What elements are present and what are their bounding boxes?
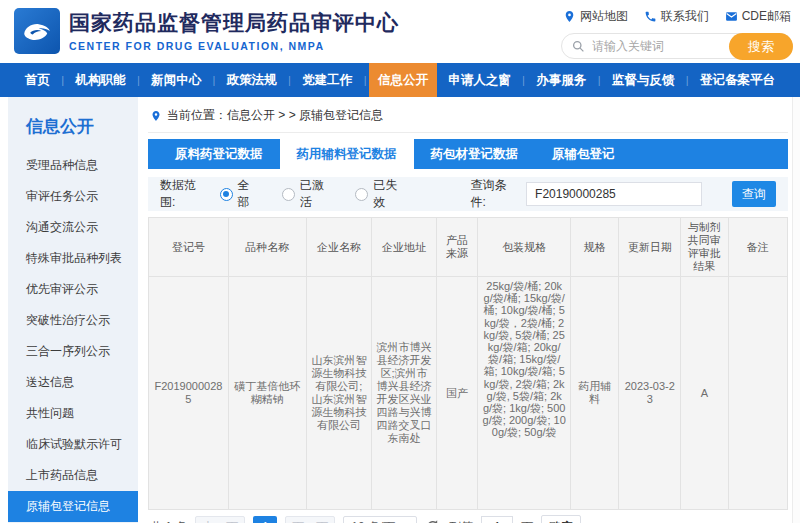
nav-item-news[interactable]: 新闻中心	[142, 63, 210, 97]
sidebar-item-communication[interactable]: 沟通交流公示	[8, 212, 138, 243]
cell-company-name: 山东滨州智源生物科技有限公司;山东滨州智源生物科技有限公司	[306, 277, 371, 510]
mailbox-label: CDE邮箱	[742, 8, 791, 25]
radio-expired[interactable]	[355, 188, 368, 201]
nav-separator: |	[364, 74, 367, 86]
sidebar-item-excipient-registration[interactable]: 原辅包登记信息	[8, 491, 138, 522]
site-titles: 国家药品监督管理局药品审评中心 CENTER FOR DRUG EVALUATI…	[69, 9, 399, 52]
goto-page-input[interactable]	[481, 516, 513, 523]
radio-expired-label[interactable]: 已失效	[373, 177, 406, 211]
sidebar-item-common-issues[interactable]: 共性问题	[8, 398, 138, 429]
cell-packaging-spec: 25kg/袋/桶; 20kg/袋/桶; 15kg/袋/桶; 10kg/袋/桶; …	[478, 277, 571, 510]
cell-joint-review-result: A	[681, 277, 728, 510]
packaging-spec-text: 25kg/袋/桶; 20kg/袋/桶; 15kg/袋/桶; 10kg/袋/桶; …	[482, 280, 566, 506]
confirm-button[interactable]: 确定	[541, 515, 581, 523]
contact-link[interactable]: 联系我们	[644, 8, 709, 25]
sidebar-item-review-tasks[interactable]: 审评任务公示	[8, 181, 138, 212]
cell-registration-no: F20190000285	[149, 277, 229, 510]
contact-label: 联系我们	[661, 8, 709, 25]
sidebar-item-delivery-info[interactable]: 送达信息	[8, 367, 138, 398]
nav-separator: |	[288, 74, 291, 86]
search-button[interactable]: 搜索	[729, 33, 793, 60]
col-remarks: 备注	[728, 218, 788, 277]
nav-separator: |	[137, 74, 140, 86]
nav-item-supervision[interactable]: 监督与反馈	[603, 63, 684, 97]
nav-separator: |	[598, 74, 601, 86]
header-right: 网站地图 联系我们 CDE邮箱 搜索	[561, 8, 793, 59]
cde-logo	[14, 8, 60, 54]
nav-separator: |	[61, 74, 64, 86]
col-update-date: 更新日期	[619, 218, 681, 277]
main-area: 信息公开 受理品种信息 审评任务公示 沟通交流公示 特殊审批品种列表 优先审评公…	[0, 97, 800, 523]
pagination: 共 1 条 上一页 1 下一页 10 条/页 到第 页 确定	[148, 514, 788, 523]
nav-item-home[interactable]: 首页	[16, 63, 59, 97]
sidebar-item-breakthrough-therapy[interactable]: 突破性治疗公示	[8, 305, 138, 336]
col-joint-review-result: 与制剂共同审评审批结果	[681, 218, 728, 277]
nav-item-registration-platform[interactable]: 登记备案平台	[691, 63, 784, 97]
sidebar-item-clinical-trial[interactable]: 临床试验默示许可	[8, 429, 138, 460]
nav-separator: |	[213, 74, 216, 86]
site-header: 国家药品监督管理局药品审评中心 CENTER FOR DRUG EVALUATI…	[0, 0, 800, 63]
sidebar-item-marketed-drugs[interactable]: 上市药品信息	[8, 460, 138, 491]
nav-item-functions[interactable]: 机构职能	[67, 63, 135, 97]
col-packaging-spec: 包装规格	[478, 218, 571, 277]
nav-item-info-disclosure[interactable]: 信息公开	[369, 63, 437, 97]
current-page[interactable]: 1	[253, 516, 277, 523]
radio-all-label[interactable]: 全部	[238, 177, 260, 211]
cell-variety-name: 磺丁基倍他环糊精钠	[228, 277, 306, 510]
sidebar-title: 信息公开	[8, 111, 138, 150]
tab-excipient-data[interactable]: 药用辅料登记数据	[280, 139, 414, 169]
cell-update-date: 2023-03-23	[619, 277, 681, 510]
radio-activated-label[interactable]: 已激活	[300, 177, 333, 211]
header-search-bar: 搜索	[561, 33, 793, 59]
quick-links: 网站地图 联系我们 CDE邮箱	[561, 8, 793, 25]
query-button[interactable]: 查询	[732, 181, 776, 207]
prev-page-button[interactable]: 上一页	[195, 516, 245, 523]
sidebar-item-special-approval[interactable]: 特殊审批品种列表	[8, 243, 138, 274]
nav-separator: |	[522, 74, 525, 86]
filterbar: 数据范围: 全部 已激活 已失效 查询条件: 查询	[148, 177, 788, 211]
content-area: 当前位置：信息公开 > > 原辅包登记信息 原料药登记数据 药用辅料登记数据 药…	[148, 97, 788, 523]
refresh-icon[interactable]	[425, 519, 441, 523]
site-title-en: CENTER FOR DRUG EVALUATION, NMPA	[69, 40, 399, 52]
page-scrollbar[interactable]	[792, 97, 800, 523]
nav-item-policies[interactable]: 政策法规	[218, 63, 286, 97]
nav-item-party[interactable]: 党建工作	[293, 63, 361, 97]
search-icon	[572, 40, 585, 53]
breadcrumb: 当前位置：信息公开 > > 原辅包登记信息	[148, 97, 788, 133]
phone-icon	[644, 10, 657, 23]
tab-packaging-data[interactable]: 药包材登记数据	[414, 139, 536, 169]
nav-item-applicant-window[interactable]: 申请人之窗	[439, 63, 520, 97]
mailbox-link[interactable]: CDE邮箱	[725, 8, 791, 25]
tab-registration[interactable]: 原辅包登记	[535, 139, 632, 169]
cell-remarks	[728, 277, 788, 510]
total-count: 共 1 条	[150, 519, 187, 523]
sidebar: 信息公开 受理品种信息 审评任务公示 沟通交流公示 特殊审批品种列表 优先审评公…	[8, 97, 138, 523]
cell-product-source: 国产	[437, 277, 478, 510]
goto-label: 到第	[449, 519, 473, 523]
col-product-source: 产品来源	[437, 218, 478, 277]
sidebar-item-priority-review[interactable]: 优先审评公示	[8, 274, 138, 305]
sidebar-item-three-in-one[interactable]: 三合一序列公示	[8, 336, 138, 367]
tab-api-data[interactable]: 原料药登记数据	[158, 139, 280, 169]
page-size-select[interactable]: 10 条/页	[343, 516, 417, 523]
breadcrumb-label: 当前位置：信息公开 > > 原辅包登记信息	[167, 107, 383, 124]
next-page-button[interactable]: 下一页	[285, 516, 335, 523]
scope-label: 数据范围:	[160, 177, 208, 211]
radio-all[interactable]	[220, 188, 233, 201]
nav-separator: |	[686, 74, 689, 86]
col-registration-no: 登记号	[149, 218, 229, 277]
sidebar-item-accepted-varieties[interactable]: 受理品种信息	[8, 150, 138, 181]
envelope-icon	[725, 10, 738, 23]
col-variety-name: 品种名称	[228, 218, 306, 277]
sitemap-link[interactable]: 网站地图	[563, 8, 628, 25]
table-header-row: 登记号 品种名称 企业名称 企业地址 产品来源 包装规格 规格 更新日期 与制剂…	[149, 218, 788, 277]
page-size-label: 10 条/页	[351, 519, 395, 523]
tabbar: 原料药登记数据 药用辅料登记数据 药包材登记数据 原辅包登记	[148, 139, 788, 169]
nav-item-services[interactable]: 办事服务	[527, 63, 595, 97]
cell-company-address: 滨州市博兴县经济开发区;滨州市博兴县经济开发区兴业四路与兴博四路交叉口东南处	[371, 277, 436, 510]
radio-activated[interactable]	[282, 188, 295, 201]
query-input[interactable]	[526, 182, 701, 206]
location-pin-icon	[563, 10, 576, 23]
goto-suffix: 页	[521, 519, 533, 523]
main-nav: 首页 | 机构职能 | 新闻中心 | 政策法规 | 党建工作 | 信息公开 申请…	[0, 63, 800, 97]
